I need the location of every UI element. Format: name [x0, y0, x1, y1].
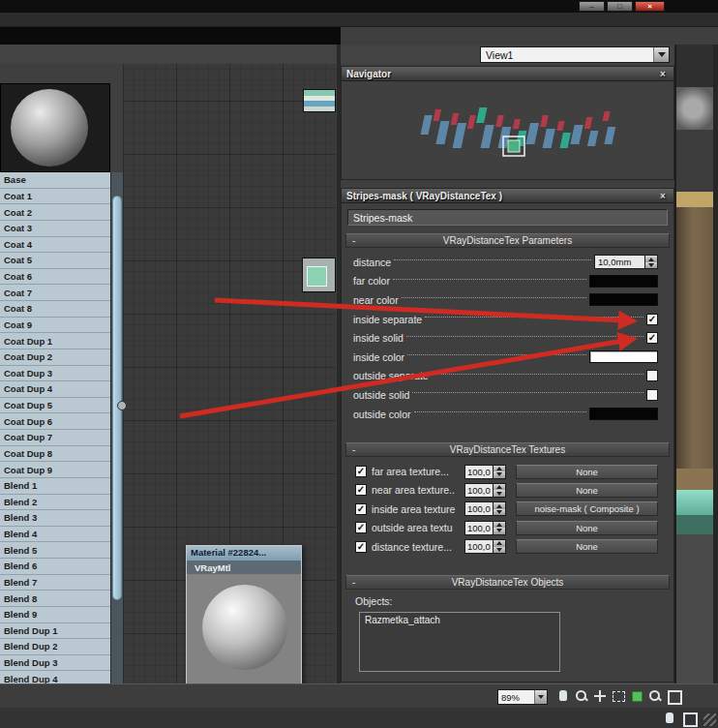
material-slot[interactable]: Coat 2 [0, 204, 110, 221]
material-slot[interactable]: Blend Dup 3 [0, 655, 110, 672]
parameter-panel-header[interactable]: Stripes-mask ( VRayDistanceTex ) × [342, 189, 673, 203]
material-slot[interactable]: Coat Dup 1 [0, 333, 110, 349]
slot-list-scrollbar[interactable] [110, 172, 123, 687]
texture-amount-field[interactable]: 100,0 [464, 539, 494, 554]
maximize-view-icon[interactable] [666, 688, 681, 704]
outside-solid-checkbox[interactable] [646, 389, 658, 401]
distance-spinner[interactable]: 10,0mm [594, 255, 658, 269]
material-slot[interactable]: Coat 4 [0, 237, 110, 254]
outside-color-swatch[interactable] [589, 408, 658, 420]
material-name-field[interactable]: Stripes-mask [347, 209, 668, 226]
material-slot[interactable]: Coat Dup 8 [0, 446, 110, 463]
resize-grip-icon[interactable] [703, 713, 716, 726]
object-list-item[interactable]: Razmetka_attach [365, 615, 554, 625]
navigator-minimap[interactable] [343, 82, 673, 178]
texture-enable-checkbox[interactable]: ✓ [355, 522, 367, 533]
inside-solid-checkbox[interactable]: ✓ [646, 332, 658, 344]
objects-listbox[interactable]: Razmetka_attach [359, 612, 560, 672]
material-slot[interactable]: Blend 5 [0, 542, 110, 559]
objects-rollout-header[interactable]: - VRayDistanceTex Objects [345, 575, 670, 590]
material-preview-sphere[interactable] [0, 83, 110, 172]
collapse-icon[interactable]: - [352, 234, 355, 248]
viewport-icon[interactable] [681, 711, 697, 726]
material-slot[interactable]: Blend 9 [0, 607, 110, 623]
material-slot[interactable]: Coat 8 [0, 301, 110, 318]
material-slot[interactable]: Coat Dup 9 [0, 462, 110, 478]
material-slot[interactable]: Blend Dup 1 [0, 623, 110, 640]
material-slot[interactable]: Coat 3 [0, 221, 110, 237]
far-color-swatch[interactable] [589, 275, 658, 288]
texture-amount-field[interactable]: 100,0 [464, 501, 494, 516]
texture-slot-button[interactable]: None [516, 539, 658, 554]
texture-amount-field[interactable]: 100,0 [464, 521, 494, 535]
material-slot[interactable]: Blend 7 [0, 575, 110, 592]
material-slot[interactable]: Coat Dup 4 [0, 381, 110, 398]
material-slot[interactable]: Blend 3 [0, 510, 110, 527]
inside-separate-checkbox[interactable]: ✓ [646, 314, 658, 325]
texture-amount-spinner[interactable] [494, 539, 506, 554]
material-slot[interactable]: Base [0, 172, 110, 189]
texture-slot-button[interactable]: None [516, 483, 658, 498]
material-slot[interactable]: Coat Dup 7 [0, 430, 110, 446]
scrollbar-thumb[interactable] [112, 196, 122, 600]
material-slot[interactable]: Blend 6 [0, 559, 110, 575]
distance-value[interactable]: 10,0mm [594, 255, 645, 269]
texture-amount-spinner[interactable] [494, 521, 506, 535]
panel-splitter-handle[interactable] [117, 401, 127, 410]
close-icon[interactable]: × [657, 69, 669, 79]
view-selector[interactable]: View1 [480, 46, 670, 63]
parameters-rollout-header[interactable]: - VRayDistanceTex Parameters [345, 233, 670, 248]
near-color-swatch[interactable] [589, 293, 658, 306]
texture-enable-checkbox[interactable]: ✓ [355, 541, 367, 553]
material-slot[interactable]: Blend 4 [0, 527, 110, 543]
map-node-fragment[interactable] [302, 258, 336, 292]
pan-icon[interactable] [592, 688, 608, 704]
texture-slot-button[interactable]: noise-mask ( Composite ) [516, 501, 658, 516]
zoom-region-icon[interactable] [611, 688, 626, 704]
texture-enable-checkbox[interactable]: ✓ [355, 466, 367, 477]
collapse-icon[interactable]: - [352, 576, 355, 590]
material-slot[interactable]: Coat 9 [0, 318, 110, 334]
texture-amount-spinner[interactable] [494, 501, 506, 516]
material-slot[interactable]: Blend 8 [0, 591, 110, 607]
material-slot[interactable]: Coat Dup 3 [0, 366, 110, 382]
navigator-header[interactable]: Navigator × [342, 67, 673, 81]
texture-enable-checkbox[interactable]: ✓ [355, 484, 367, 496]
hand-pan-icon[interactable] [555, 688, 571, 704]
hand-pan-icon[interactable] [662, 711, 677, 726]
view-selector-dropdown[interactable] [653, 47, 669, 62]
zoom-extents-icon[interactable] [629, 688, 644, 704]
material-slot[interactable]: Coat Dup 2 [0, 349, 110, 366]
minimize-button[interactable]: – [579, 1, 605, 12]
collapse-icon[interactable]: - [352, 443, 355, 457]
texture-enable-checkbox[interactable]: ✓ [355, 503, 367, 515]
material-slot[interactable]: Coat 6 [0, 269, 110, 286]
close-icon[interactable]: × [657, 191, 669, 201]
zoom-selected-icon[interactable] [647, 688, 663, 704]
material-slot[interactable]: Blend 2 [0, 495, 110, 511]
inside-color-swatch[interactable] [589, 350, 658, 363]
material-slot[interactable]: Coat 1 [0, 189, 110, 205]
maximize-button[interactable]: □ [607, 1, 633, 12]
texture-amount-field[interactable]: 100,0 [464, 483, 494, 498]
material-slot[interactable]: Blend Dup 2 [0, 639, 110, 655]
material-node-title[interactable]: Material #22824... [187, 546, 301, 561]
zoom-dropdown[interactable] [534, 690, 547, 704]
material-slot[interactable]: Coat 7 [0, 285, 110, 301]
zoom-selector[interactable]: 89% [497, 689, 548, 705]
close-button[interactable]: × [635, 1, 665, 12]
material-slot[interactable]: Coat Dup 5 [0, 398, 110, 414]
node-fragment[interactable] [303, 89, 336, 112]
texture-slot-button[interactable]: None [516, 465, 658, 479]
material-slot[interactable]: Coat Dup 6 [0, 413, 110, 430]
textures-rollout-header[interactable]: - VRayDistanceTex Textures [345, 442, 670, 457]
texture-slot-button[interactable]: None [516, 521, 658, 535]
outside-separate-checkbox[interactable] [646, 370, 658, 381]
texture-amount-spinner[interactable] [494, 465, 506, 479]
material-slot[interactable]: Coat 5 [0, 253, 110, 269]
texture-amount-spinner[interactable] [494, 483, 506, 498]
material-node[interactable]: Material #22824... VRayMtl [186, 545, 302, 685]
zoom-icon[interactable] [574, 688, 589, 704]
material-slot[interactable]: Blend 1 [0, 478, 110, 495]
texture-amount-field[interactable]: 100,0 [464, 465, 494, 479]
